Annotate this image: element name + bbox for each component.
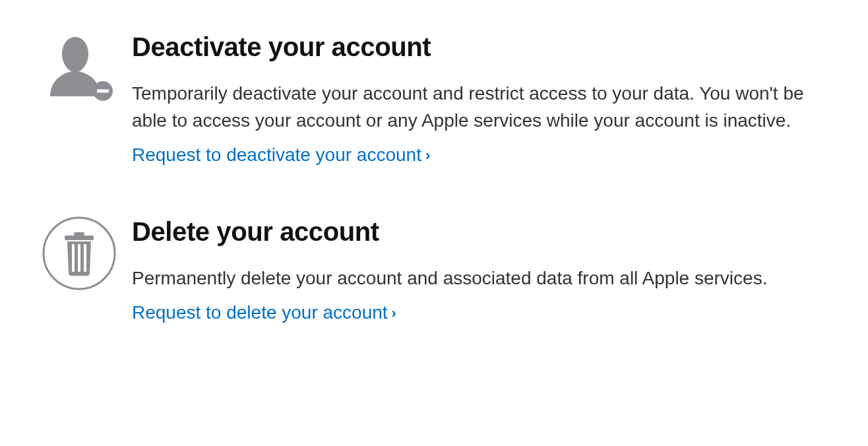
svg-rect-3 <box>74 232 84 236</box>
svg-rect-4 <box>65 236 94 240</box>
deactivate-heading: Deactivate your account <box>132 32 805 62</box>
chevron-right-icon: › <box>425 145 430 166</box>
delete-request-link[interactable]: Request to delete your account › <box>132 300 396 327</box>
chevron-right-icon: › <box>392 303 396 324</box>
delete-content: Delete your account Permanently delete y… <box>132 216 805 327</box>
deactivate-section: Deactivate your account Temporarily deac… <box>26 32 842 169</box>
delete-link-text: Request to delete your account <box>132 300 388 327</box>
deactivate-link-text: Request to deactivate your account <box>132 142 421 169</box>
svg-rect-5 <box>72 244 75 272</box>
svg-rect-6 <box>78 244 80 272</box>
deactivate-description: Temporarily deactivate your account and … <box>132 80 805 134</box>
deactivate-icon-col <box>26 32 132 169</box>
delete-section: Delete your account Permanently delete y… <box>26 216 842 327</box>
delete-icon-col <box>26 216 132 327</box>
delete-heading: Delete your account <box>132 216 805 247</box>
deactivate-request-link[interactable]: Request to deactivate your account › <box>132 142 430 169</box>
svg-rect-7 <box>84 244 86 272</box>
deactivate-content: Deactivate your account Temporarily deac… <box>132 32 805 169</box>
trash-icon <box>42 216 116 290</box>
user-minus-icon <box>42 32 116 106</box>
svg-rect-1 <box>97 90 109 93</box>
delete-description: Permanently delete your account and asso… <box>132 265 805 292</box>
